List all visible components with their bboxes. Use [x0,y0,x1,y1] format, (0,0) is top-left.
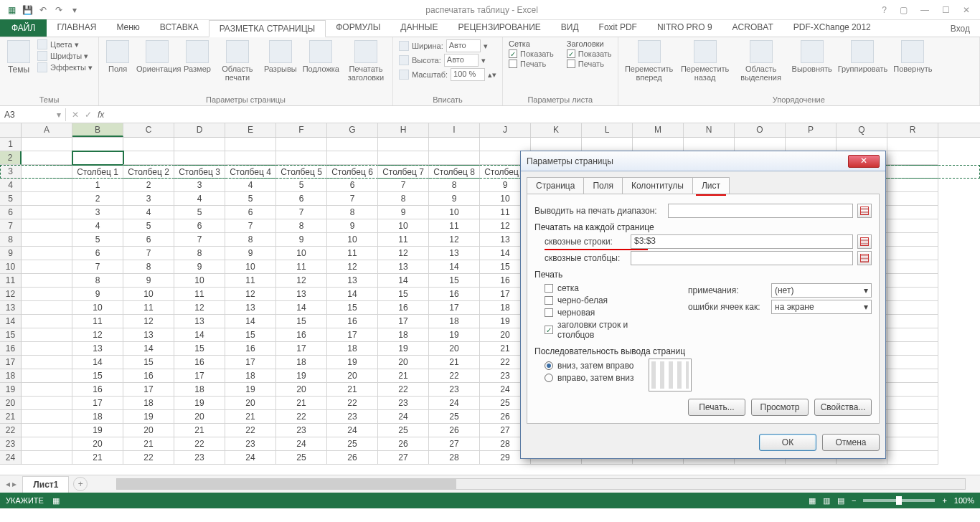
cell[interactable] [887,437,938,451]
cell[interactable]: 22 [225,424,276,437]
tab-foxit pdf[interactable]: Foxit PDF [589,19,647,37]
cell[interactable]: 7 [276,206,327,219]
cell[interactable]: 3 [72,206,123,219]
pgsetup-Поля[interactable]: Поля [103,39,132,75]
cell[interactable]: 1 [72,179,123,192]
cell[interactable] [887,383,938,397]
arrange-Переместить вперед[interactable]: Переместить вперед [623,39,676,83]
fonts-menu[interactable]: Шрифты ▾ [36,50,94,62]
cell[interactable]: 21 [429,356,480,369]
cell[interactable]: 18 [378,328,429,342]
cell[interactable]: 14 [276,301,327,315]
cell[interactable]: 21 [72,451,123,465]
cell[interactable] [22,369,72,383]
cell[interactable] [22,301,72,315]
col-header[interactable]: H [378,123,429,137]
cell[interactable]: 8 [276,219,327,233]
cell[interactable]: 18 [225,369,276,383]
cell[interactable] [22,356,72,369]
cell[interactable]: Столбец 5 [276,165,327,179]
zoom-in-icon[interactable]: + [942,496,946,505]
cell[interactable] [887,424,938,437]
cell[interactable] [887,274,938,288]
row-header[interactable]: 23 [0,437,22,451]
pgsetup-Разрывы[interactable]: Разрывы [263,39,298,75]
cell[interactable] [887,206,938,219]
cancel-edit-icon[interactable]: ✕ [72,110,79,120]
row-header[interactable]: 20 [0,397,22,410]
col-header[interactable]: I [429,123,480,137]
cell[interactable]: 10 [174,274,225,288]
cell[interactable]: 12 [72,328,123,342]
col-header[interactable]: G [327,123,378,137]
cell[interactable]: 7 [174,233,225,247]
cell[interactable] [225,138,276,151]
rows-repeat-input[interactable]: $3:$3 [631,234,853,249]
cell[interactable] [123,138,174,151]
cell[interactable] [684,138,735,151]
arrange-Выровнять[interactable]: Выровнять [791,39,834,75]
dialog-close-button[interactable]: ✕ [848,155,880,168]
cell[interactable] [22,206,72,219]
cell[interactable] [480,138,531,151]
cell[interactable]: 8 [378,192,429,206]
cell[interactable]: 23 [276,424,327,437]
cell[interactable] [837,138,887,151]
cell[interactable]: 5 [276,179,327,192]
cell[interactable]: 2 [72,192,123,206]
cell[interactable]: 11 [123,301,174,315]
cell[interactable]: 17 [123,383,174,397]
radio-over-down[interactable] [545,374,553,382]
chk-headers[interactable]: ✓ [545,326,553,334]
cell[interactable]: 11 [276,260,327,274]
cell[interactable]: 6 [327,179,378,192]
row-header[interactable]: 18 [0,369,22,383]
dlg-tab-Лист[interactable]: Лист [692,177,730,194]
cell[interactable]: 18 [72,410,123,424]
cell[interactable] [531,138,582,151]
cell[interactable]: 15 [225,328,276,342]
col-header[interactable]: N [684,123,735,137]
undo-icon[interactable]: ↶ [36,3,50,17]
tab-pdf-xchange 2012[interactable]: PDF-XChange 2012 [783,19,881,37]
cell[interactable] [22,165,72,179]
height-input[interactable]: Авто [444,54,479,67]
row-header[interactable]: 3 [0,165,22,179]
row-header[interactable]: 9 [0,247,22,260]
cell[interactable]: 23 [327,410,378,424]
cell[interactable] [22,179,72,192]
cell[interactable]: 4 [123,206,174,219]
cell[interactable] [22,138,72,151]
cell[interactable] [327,151,378,165]
cell[interactable]: 20 [123,424,174,437]
col-header[interactable]: K [531,123,582,137]
cell[interactable]: 5 [72,233,123,247]
view-break-icon[interactable]: ▤ [837,496,844,506]
cell[interactable]: 17 [72,397,123,410]
cell[interactable]: 12 [123,315,174,328]
cell[interactable]: 22 [276,410,327,424]
cell[interactable]: 14 [429,260,480,274]
cell[interactable]: 12 [276,274,327,288]
cell[interactable]: 11 [327,247,378,260]
cell[interactable]: 17 [378,315,429,328]
cell[interactable]: 20 [276,383,327,397]
errors-select[interactable]: на экране▾ [771,300,872,314]
cell[interactable]: 8 [174,247,225,260]
row-header[interactable]: 6 [0,206,22,219]
cell[interactable]: 16 [276,328,327,342]
row-header[interactable]: 4 [0,179,22,192]
tab-формулы[interactable]: ФОРМУЛЫ [326,19,390,37]
cell[interactable]: 9 [378,206,429,219]
cell[interactable] [22,342,72,356]
cell[interactable] [22,383,72,397]
cell[interactable] [22,151,72,165]
cell[interactable]: 5 [225,192,276,206]
cell[interactable]: 14 [225,315,276,328]
cell[interactable]: 16 [174,356,225,369]
cell[interactable]: Столбец 8 [429,165,480,179]
cell[interactable]: 3 [174,179,225,192]
cell[interactable]: 23 [225,437,276,451]
cell[interactable] [22,219,72,233]
chk-draft[interactable] [545,308,553,317]
